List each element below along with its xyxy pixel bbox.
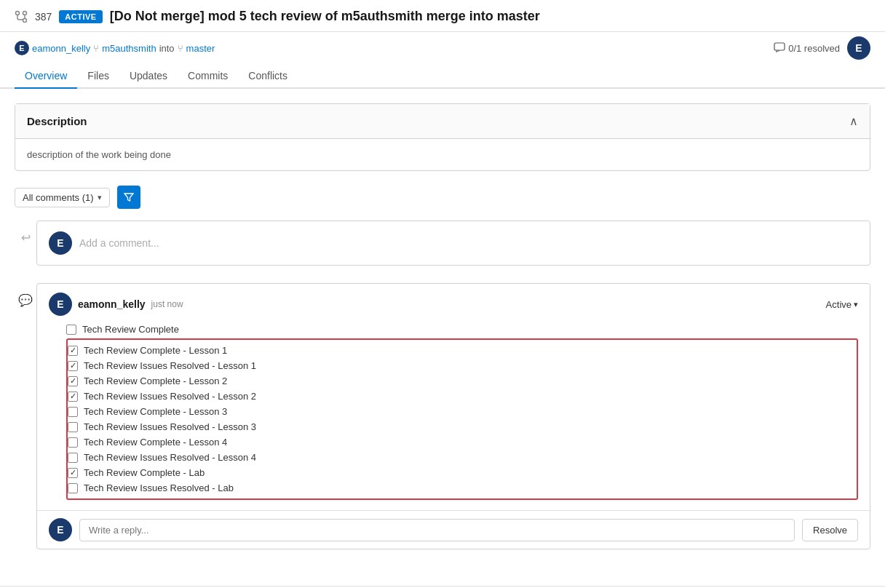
checkbox-4[interactable]: ✓ xyxy=(68,392,78,402)
checkbox-2[interactable]: ✓ xyxy=(68,361,78,371)
target-branch-link[interactable]: master xyxy=(186,43,215,54)
checkbox-9[interactable]: ✓ xyxy=(68,468,78,478)
checkbox-6[interactable] xyxy=(68,422,78,432)
side-icons-col: ↩ xyxy=(15,220,36,280)
comment-status-dropdown[interactable]: Active ▾ xyxy=(826,299,858,310)
checkbox-7[interactable] xyxy=(68,437,78,448)
checklist-label-6: Tech Review Issues Resolved - Lesson 3 xyxy=(84,421,256,432)
svg-point-0 xyxy=(16,11,20,15)
comment-avatar: E xyxy=(49,293,72,316)
checkbox-1[interactable]: ✓ xyxy=(68,346,78,356)
target-branch-icon: ⑂ xyxy=(178,43,183,54)
svg-point-1 xyxy=(23,18,27,22)
add-comment-placeholder[interactable]: Add a comment... xyxy=(79,237,858,249)
resolve-button[interactable]: Resolve xyxy=(802,519,858,541)
checklist-item-9: ✓ Tech Review Complete - Lab xyxy=(68,465,857,480)
checkbox-5[interactable] xyxy=(68,407,78,417)
tab-updates[interactable]: Updates xyxy=(119,64,178,89)
reply-avatar: E xyxy=(49,518,72,541)
sub-header: E eamonn_kelly ⑂ m5authsmith into ⑂ mast… xyxy=(0,32,885,60)
add-comment-avatar: E xyxy=(49,231,72,255)
resolve-badge: 0/1 resolved xyxy=(774,42,840,54)
comment-resolve-icon xyxy=(774,42,785,54)
tab-overview[interactable]: Overview xyxy=(15,64,77,89)
checklist-label-7: Tech Review Complete - Lesson 4 xyxy=(84,437,227,448)
branch-icon: ⑂ xyxy=(93,43,99,54)
comment-side-col: 💬 xyxy=(15,283,36,564)
main-content: Description description of the work bein… xyxy=(0,89,885,579)
checklist: Tech Review Complete ✓ Tech Review Compl… xyxy=(37,322,870,510)
red-border-group: ✓ Tech Review Complete - Lesson 1 ✓ Tech… xyxy=(66,338,858,500)
user-avatar-large[interactable]: E xyxy=(847,36,870,60)
pr-merge-icon xyxy=(15,10,28,23)
description-card-header: Description xyxy=(15,104,870,139)
checklist-label-4: Tech Review Issues Resolved - Lesson 2 xyxy=(84,391,256,402)
comment-status-label: Active xyxy=(826,299,852,310)
tabs-bar: Overview Files Updates Commits Conflicts xyxy=(0,64,885,89)
checkbox-10[interactable] xyxy=(68,483,78,493)
filter-funnel-icon xyxy=(123,191,135,203)
comment-thread-card: E eamonn_kelly just now Active ▾ Tech Re… xyxy=(36,283,870,549)
description-collapse-icon[interactable] xyxy=(849,114,858,128)
checklist-item-7: Tech Review Complete - Lesson 4 xyxy=(68,434,857,450)
thread-right: E Add a comment... xyxy=(36,220,870,280)
reply-input[interactable] xyxy=(79,519,795,541)
pr-number: 387 xyxy=(35,11,52,23)
filter-label: All comments (1) xyxy=(23,192,94,203)
reply-thread-icon: ↩ xyxy=(21,231,31,245)
add-comment-row: E Add a comment... xyxy=(36,220,870,266)
checklist-item-10: Tech Review Issues Resolved - Lab xyxy=(68,480,857,496)
thread-container: ↩ E Add a comment... xyxy=(15,220,870,280)
checklist-item-1: ✓ Tech Review Complete - Lesson 1 xyxy=(68,343,857,358)
checklist-label-3: Tech Review Complete - Lesson 2 xyxy=(84,376,227,386)
sub-header-right: 0/1 resolved E xyxy=(774,36,870,60)
checklist-label-5: Tech Review Complete - Lesson 3 xyxy=(84,406,227,417)
description-card: Description description of the work bein… xyxy=(15,103,870,171)
filter-row: All comments (1) ▾ xyxy=(15,186,870,209)
comment-thread-icon: 💬 xyxy=(18,293,33,307)
checklist-label-1: Tech Review Complete - Lesson 1 xyxy=(84,345,227,356)
status-chevron-icon: ▾ xyxy=(854,300,858,309)
description-text: description of the work being done xyxy=(27,149,171,160)
checkbox-0[interactable] xyxy=(66,325,76,335)
source-branch-link[interactable]: m5authsmith xyxy=(102,43,156,54)
pr-title: [Do Not merge] mod 5 tech review of m5au… xyxy=(110,9,870,24)
comments-filter-dropdown[interactable]: All comments (1) ▾ xyxy=(15,188,110,207)
comment-thread-header: E eamonn_kelly just now Active ▾ xyxy=(37,284,870,322)
checkbox-8[interactable] xyxy=(68,453,78,463)
top-header: 387 ACTIVE [Do Not merge] mod 5 tech rev… xyxy=(0,0,885,32)
checkbox-3[interactable]: ✓ xyxy=(68,376,78,386)
checklist-item-3: ✓ Tech Review Complete - Lesson 2 xyxy=(68,373,857,389)
author-avatar: E xyxy=(15,41,29,55)
tab-files[interactable]: Files xyxy=(77,64,119,89)
checklist-item-0: Tech Review Complete xyxy=(66,322,858,337)
filter-icon-button[interactable] xyxy=(117,186,140,209)
tab-commits[interactable]: Commits xyxy=(178,64,238,89)
author-link[interactable]: eamonn_kelly xyxy=(32,43,90,54)
checklist-label-9: Tech Review Complete - Lab xyxy=(84,467,205,478)
sub-header-left: E eamonn_kelly ⑂ m5authsmith into ⑂ mast… xyxy=(15,41,215,55)
checklist-label-8: Tech Review Issues Resolved - Lesson 4 xyxy=(84,452,256,463)
description-heading: Description xyxy=(27,115,87,127)
active-badge: ACTIVE xyxy=(59,10,102,23)
checklist-item-2: ✓ Tech Review Issues Resolved - Lesson 1 xyxy=(68,358,857,373)
comment-author-info: E eamonn_kelly just now xyxy=(49,293,183,316)
checklist-item-6: Tech Review Issues Resolved - Lesson 3 xyxy=(68,419,857,434)
checklist-item-8: Tech Review Issues Resolved - Lesson 4 xyxy=(68,450,857,465)
checklist-label-0: Tech Review Complete xyxy=(82,324,179,335)
svg-point-2 xyxy=(23,11,27,15)
tab-conflicts[interactable]: Conflicts xyxy=(238,64,298,89)
description-body: description of the work being done xyxy=(15,139,870,170)
into-text: into xyxy=(159,43,175,54)
checklist-item-5: Tech Review Complete - Lesson 3 xyxy=(68,404,857,419)
comment-username: eamonn_kelly xyxy=(78,298,146,310)
checklist-label-2: Tech Review Issues Resolved - Lesson 1 xyxy=(84,360,256,371)
checklist-item-4: ✓ Tech Review Issues Resolved - Lesson 2 xyxy=(68,389,857,404)
checklist-label-10: Tech Review Issues Resolved - Lab xyxy=(84,482,234,493)
reply-row: E Resolve xyxy=(37,510,870,549)
filter-chevron-icon: ▾ xyxy=(98,193,102,202)
pr-icon xyxy=(15,10,28,23)
comment-thread-container: 💬 E eamonn_kelly just now Active ▾ xyxy=(15,283,870,564)
resolve-count: 0/1 resolved xyxy=(788,43,840,54)
comment-time: just now xyxy=(151,299,183,309)
